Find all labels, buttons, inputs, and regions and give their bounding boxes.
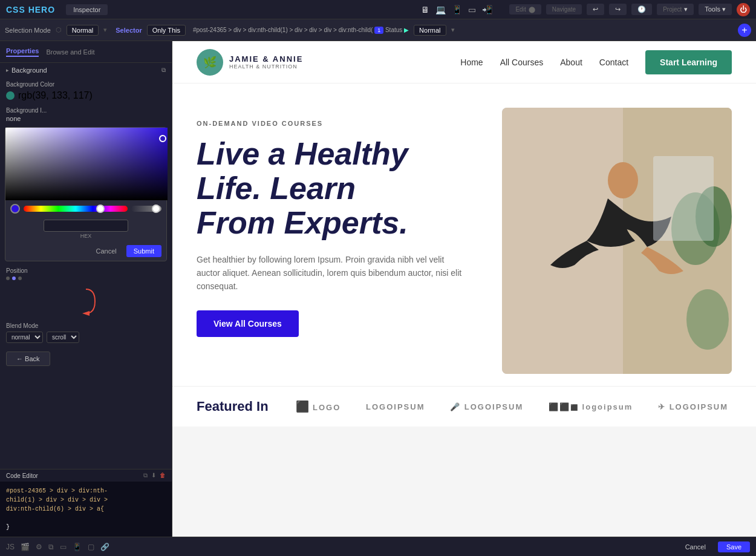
featured-title: Featured In bbox=[197, 399, 269, 414]
cancel-action-button[interactable]: Cancel bbox=[677, 541, 714, 552]
bottom-bar: JS 🎬 ⚙ ⧉ ▭ 📱 ▢ 🔗 Cancel Save bbox=[0, 537, 756, 556]
tag-icon[interactable]: ⚙ bbox=[36, 543, 42, 551]
submit-button[interactable]: Submit bbox=[126, 245, 161, 257]
blend-scroll-select[interactable]: scroll bbox=[47, 332, 79, 343]
nav-all-courses[interactable]: All Courses bbox=[500, 57, 544, 67]
hero-image bbox=[502, 108, 732, 374]
opacity-slider[interactable] bbox=[131, 206, 161, 212]
project-button[interactable]: Project ▾ bbox=[657, 4, 694, 15]
logo-circle: 🌿 bbox=[197, 49, 223, 76]
blend-mode-select[interactable]: normal bbox=[6, 332, 43, 343]
copy-bottom-icon[interactable]: ⧉ bbox=[48, 543, 54, 551]
link-bottom-icon[interactable]: 🔗 bbox=[100, 543, 109, 551]
code-editor-title: Code Editor bbox=[6, 473, 38, 479]
color-swatch[interactable] bbox=[6, 91, 15, 100]
bg-image-label: Background I... bbox=[6, 107, 166, 114]
hero-title: Live a Healthy Life. Learn From Experts. bbox=[197, 137, 478, 241]
undo-button[interactable]: ↩ bbox=[587, 4, 604, 15]
pos-dot-1[interactable] bbox=[6, 276, 10, 280]
yoga-svg bbox=[502, 108, 732, 374]
cancel-button[interactable]: Cancel bbox=[90, 245, 123, 257]
background-title[interactable]: Background bbox=[6, 67, 47, 74]
only-this-value[interactable]: Only This bbox=[147, 25, 186, 36]
featured-section: Featured In ⬛ LOGO LOGOIPSUM 🎤 LOGOIPSUM… bbox=[172, 386, 756, 427]
save-action-button[interactable]: Save bbox=[718, 541, 750, 552]
logo-text-block: JAMIE & ANNIE HEALTH & NUTRITION bbox=[229, 54, 303, 70]
featured-logo-4: ⬛⬛⬛ logoipsum bbox=[549, 402, 633, 411]
back-button[interactable]: ← Back bbox=[6, 352, 50, 366]
hero-tag: ON-DEMAND VIDEO COURSES bbox=[197, 120, 478, 127]
position-dots bbox=[6, 276, 166, 280]
tablet-icon[interactable]: 📱 bbox=[452, 5, 462, 15]
gradient-background bbox=[5, 128, 168, 200]
bottom-icons: JS 🎬 ⚙ ⧉ ▭ 📱 ▢ 🔗 bbox=[6, 543, 109, 551]
red-arrow-svg bbox=[74, 286, 98, 316]
laptop-icon[interactable]: 💻 bbox=[435, 5, 446, 15]
mobile-bottom-icon[interactable]: 📱 bbox=[73, 543, 82, 551]
download-icon[interactable]: ⬇ bbox=[151, 472, 156, 479]
code-line-5: } bbox=[6, 524, 10, 531]
add-button[interactable]: + bbox=[738, 24, 751, 37]
hex-label: HEX bbox=[80, 233, 92, 239]
code-line-2: child(1) > div > div > div > bbox=[6, 497, 108, 503]
color-preview-dot bbox=[10, 204, 20, 214]
tablet-bottom-icon[interactable]: ▭ bbox=[60, 543, 67, 551]
code-line-4 bbox=[6, 515, 10, 522]
logo-strip: ⬛ LOGO LOGOIPSUM 🎤 LOGOIPSUM ⬛⬛⬛ logoips… bbox=[293, 400, 732, 413]
nav-links: Home All Courses About Contact Start Lea… bbox=[460, 50, 732, 74]
color-gradient[interactable] bbox=[5, 128, 168, 200]
background-section-header: Background ⧉ bbox=[0, 63, 172, 77]
hue-thumb[interactable] bbox=[96, 204, 105, 213]
nav-about[interactable]: About bbox=[560, 57, 582, 67]
browse-edit-label[interactable]: Browse and Edit bbox=[46, 48, 94, 56]
properties-tab[interactable]: Properties bbox=[6, 47, 39, 57]
bottom-actions: Cancel Save bbox=[677, 541, 750, 552]
code-editor-section: Code Editor ⧉ ⬇ 🗑 #post-24365 > div > di… bbox=[0, 469, 172, 537]
desktop-icon[interactable]: 🖥 bbox=[421, 5, 429, 15]
featured-logo-2: LOGOIPSUM bbox=[366, 402, 425, 411]
back-section: ← Back bbox=[0, 347, 172, 371]
start-learning-button[interactable]: Start Learning bbox=[645, 50, 732, 74]
hue-row bbox=[5, 200, 166, 217]
nav-home[interactable]: Home bbox=[460, 57, 483, 67]
opacity-thumb[interactable] bbox=[152, 204, 160, 213]
view-all-courses-button[interactable]: View All Courses bbox=[197, 310, 299, 337]
logo-text: CSS HERO bbox=[6, 5, 55, 15]
hex-input[interactable]: #2E11DF bbox=[44, 220, 128, 232]
history-button[interactable]: 🕐 bbox=[631, 4, 652, 15]
mobile-icon[interactable]: 📲 bbox=[482, 5, 492, 15]
nav-contact[interactable]: Contact bbox=[599, 57, 628, 67]
pos-dot-3[interactable] bbox=[18, 276, 22, 280]
background-expand-icon[interactable]: ⧉ bbox=[161, 67, 166, 74]
main-layout: Properties Browse and Edit Background ⧉ … bbox=[0, 41, 756, 537]
featured-logo-1: ⬛ LOGO bbox=[296, 400, 341, 413]
redo-button[interactable]: ↪ bbox=[609, 4, 627, 15]
gradient-cursor[interactable] bbox=[159, 135, 166, 142]
position-section: Position bbox=[0, 264, 172, 284]
site-logo: 🌿 JAMIE & ANNIE HEALTH & NUTRITION bbox=[197, 49, 303, 76]
copy-icon[interactable]: ⧉ bbox=[143, 472, 148, 479]
selector-label: Selector bbox=[116, 27, 142, 34]
hue-slider[interactable] bbox=[24, 206, 128, 212]
site-nav: 🌿 JAMIE & ANNIE HEALTH & NUTRITION Home … bbox=[172, 41, 756, 83]
hero-left: ON-DEMAND VIDEO COURSES Live a Healthy L… bbox=[197, 108, 478, 337]
status-value[interactable]: Normal bbox=[414, 25, 446, 36]
media-icon[interactable]: 🎬 bbox=[21, 543, 30, 551]
square-bottom-icon[interactable]: ▢ bbox=[88, 543, 94, 551]
inspector-tab[interactable]: Inspector bbox=[66, 4, 108, 15]
pos-dot-2[interactable] bbox=[12, 276, 16, 280]
tools-button[interactable]: Tools ▾ bbox=[699, 4, 732, 15]
js-icon[interactable]: JS bbox=[6, 543, 15, 551]
edit-button[interactable]: Edit ⬤ bbox=[509, 4, 541, 15]
tablet-alt-icon[interactable]: ▭ bbox=[468, 5, 476, 15]
code-content: #post-24365 > div > div:nth- child(1) > … bbox=[0, 482, 172, 537]
panel-header: Properties Browse and Edit bbox=[0, 41, 172, 63]
navigate-button[interactable]: Navigate bbox=[546, 4, 582, 15]
power-button[interactable]: ⏻ bbox=[737, 3, 750, 16]
color-picker-popup: #2E11DF HEX Cancel Submit bbox=[5, 127, 167, 261]
hex-row: #2E11DF HEX bbox=[5, 217, 166, 241]
selection-mode-label: Selection Mode bbox=[5, 27, 51, 34]
delete-icon[interactable]: 🗑 bbox=[160, 472, 166, 479]
background-image-row: Background I... none bbox=[0, 105, 172, 125]
normal-mode-value[interactable]: Normal bbox=[67, 25, 99, 36]
